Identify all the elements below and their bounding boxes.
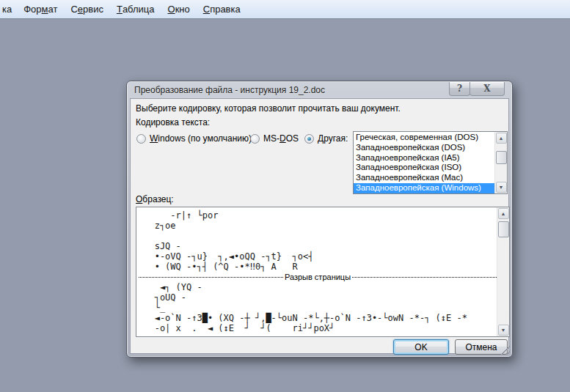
caption-buttons: ? X xyxy=(450,82,505,96)
preview-line: •-oVQ -┐u} ┐,◄•oQQ -┐t} ┐o<┤ xyxy=(139,251,497,262)
menu-item-table[interactable]: Таблица xyxy=(110,0,161,18)
listbox-scrollbar: ▲ ▼ xyxy=(494,132,507,193)
radio-label: MS-DOS xyxy=(263,133,299,144)
preview-line: ◄┐ (YQ - xyxy=(139,282,497,292)
encoding-option[interactable]: Греческая, современная (DOS) xyxy=(354,133,494,143)
instruction-text: Выберите кодировку, которая позволит про… xyxy=(136,103,401,114)
preview-line: ┐oUQ - xyxy=(139,292,497,303)
page-break-label: Разрыв страницы xyxy=(283,272,352,282)
preview-line: -r|↑ └por xyxy=(139,210,497,221)
arrow-down-icon: ▼ xyxy=(499,185,504,190)
page-break-marker: Разрыв страницы xyxy=(139,272,497,282)
arrow-up-icon: ▲ xyxy=(501,211,506,216)
scrollbar-thumb[interactable] xyxy=(498,221,509,237)
encoding-option-selected[interactable]: Западноевропейская (Windows) xyxy=(354,183,494,193)
sample-section-label: Образец: xyxy=(136,194,174,204)
help-button[interactable]: ? xyxy=(449,82,470,96)
cancel-button[interactable]: Отмена xyxy=(455,339,508,355)
help-icon: ? xyxy=(457,84,462,94)
sample-preview-box: -r|↑ └por z┐oe sJQ - •-oVQ -┐u} ┐,◄•oQQ … xyxy=(136,207,510,337)
sample-preview-text: -r|↑ └por z┐oe sJQ - •-oVQ -┐u} ┐,◄•oQQ … xyxy=(136,207,497,336)
preview-line: sJQ - xyxy=(139,241,497,251)
preview-line: z┐oe xyxy=(139,221,497,231)
scroll-down-button[interactable]: ▼ xyxy=(498,325,509,336)
encoding-list: Греческая, современная (DOS) Западноевро… xyxy=(354,132,494,193)
arrow-up-icon: ▲ xyxy=(499,136,504,141)
radio-circle-icon xyxy=(304,134,314,144)
radio-label: Другая: xyxy=(318,133,348,144)
page-break-dots xyxy=(139,277,283,278)
ok-button[interactable]: OK xyxy=(393,339,449,355)
encoding-option[interactable]: Западноевропейская (IA5) xyxy=(354,153,494,163)
encoding-section-label: Кодировка текста: xyxy=(136,117,210,127)
radio-circle-icon xyxy=(250,134,260,144)
menu-label: Фор xyxy=(23,4,41,15)
menu-item-help[interactable]: Справка xyxy=(197,0,247,18)
scrollbar-thumb[interactable] xyxy=(496,151,507,164)
preview-line: -o| x . ◄ (↕E ┘ ┘( ri┘┘poX┘ xyxy=(139,323,497,333)
menu-item-partial[interactable]: ка xyxy=(0,0,17,18)
preview-line: ◄-o`N -↑3█• (XQ -┼ ┘,█-└ouN -*└,┼-o`N -↑… xyxy=(139,313,497,323)
menu-label: ка xyxy=(2,4,12,15)
close-icon: X xyxy=(483,84,490,94)
radio-label: Windows (по умолчанию) xyxy=(150,133,252,144)
preview-line: • (WQ -•┐┤ (^Q -•*‼0┐ A R xyxy=(139,262,497,272)
scroll-down-button[interactable]: ▼ xyxy=(496,182,507,193)
menu-item-service[interactable]: Сервис xyxy=(64,0,110,18)
page-break-dots xyxy=(352,277,497,278)
radio-other-encoding[interactable]: Другая: xyxy=(304,133,348,144)
menu-label: С xyxy=(70,4,77,15)
close-button[interactable]: X xyxy=(469,82,505,96)
encoding-option[interactable]: Западноевропейская (ISO) xyxy=(354,163,494,173)
radio-msdos[interactable]: MS-DOS xyxy=(250,133,299,144)
encoding-option[interactable]: Западноевропейская (Mac) xyxy=(354,173,494,183)
file-conversion-dialog: Преобразование файла - инструкция 19_2.d… xyxy=(126,81,513,358)
menu-bar: ка Формат Сервис Таблица Окно Справка xyxy=(0,0,570,19)
encoding-listbox: Греческая, современная (DOS) Западноевро… xyxy=(353,131,508,194)
radio-windows-default[interactable]: Windows (по умолчанию) xyxy=(136,133,252,144)
dialog-content: Выберите кодировку, которая позволит про… xyxy=(130,98,509,354)
menu-item-window[interactable]: Окно xyxy=(161,0,197,18)
arrow-down-icon: ▼ xyxy=(501,328,506,333)
preview-line: └_ xyxy=(139,303,497,313)
menu-item-format[interactable]: Формат xyxy=(17,0,64,18)
scroll-up-button[interactable]: ▲ xyxy=(496,133,507,144)
preview-line xyxy=(139,231,497,241)
radio-circle-icon xyxy=(136,134,146,144)
scroll-up-button[interactable]: ▲ xyxy=(498,208,509,219)
dialog-title: Преобразование файла - инструкция 19_2.d… xyxy=(127,85,325,95)
preview-scrollbar: ▲ ▼ xyxy=(497,207,509,336)
encoding-option[interactable]: Западноевропейская (DOS) xyxy=(354,143,494,153)
